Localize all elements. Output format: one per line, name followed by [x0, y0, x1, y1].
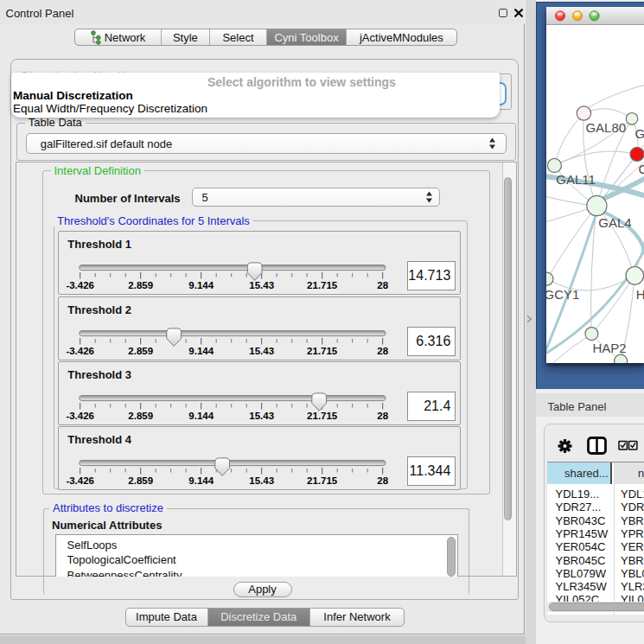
svg-text:HAP2: HAP2: [593, 341, 627, 355]
svg-text:-3.426: -3.426: [67, 411, 95, 421]
svg-text:15.43: 15.43: [250, 346, 275, 356]
svg-text:15.43: 15.43: [250, 475, 275, 486]
svg-text:9.144: 9.144: [189, 346, 214, 356]
svg-text:GAL4: GAL4: [598, 215, 631, 230]
svg-text:28: 28: [378, 346, 389, 356]
svg-text:2.859: 2.859: [129, 346, 154, 356]
svg-text:2.859: 2.859: [129, 475, 154, 486]
svg-text:28: 28: [378, 475, 389, 486]
svg-text:GAL80: GAL80: [585, 120, 626, 135]
svg-text:-3.426: -3.426: [67, 475, 95, 486]
svg-text:-3.426: -3.426: [67, 280, 95, 290]
svg-text:21.715: 21.715: [307, 280, 338, 290]
svg-text:15.43: 15.43: [250, 411, 275, 421]
svg-text:2.859: 2.859: [129, 411, 154, 421]
svg-text:15.43: 15.43: [250, 280, 275, 290]
svg-text:GAL11: GAL11: [556, 172, 596, 187]
svg-text:28: 28: [378, 411, 389, 421]
svg-text:28: 28: [378, 280, 389, 290]
svg-text:9.144: 9.144: [189, 280, 214, 290]
svg-text:GCY1: GCY1: [546, 287, 579, 302]
svg-text:-3.426: -3.426: [67, 346, 95, 356]
svg-text:21.715: 21.715: [307, 475, 338, 486]
svg-text:H: H: [636, 287, 644, 302]
svg-text:GA: GA: [635, 126, 644, 141]
svg-text:9.144: 9.144: [189, 475, 214, 486]
svg-text:9.144: 9.144: [189, 411, 214, 421]
svg-text:21.715: 21.715: [307, 411, 338, 421]
svg-text:21.715: 21.715: [307, 346, 338, 356]
svg-text:CY: CY: [639, 162, 644, 176]
svg-text:2.859: 2.859: [129, 280, 154, 290]
